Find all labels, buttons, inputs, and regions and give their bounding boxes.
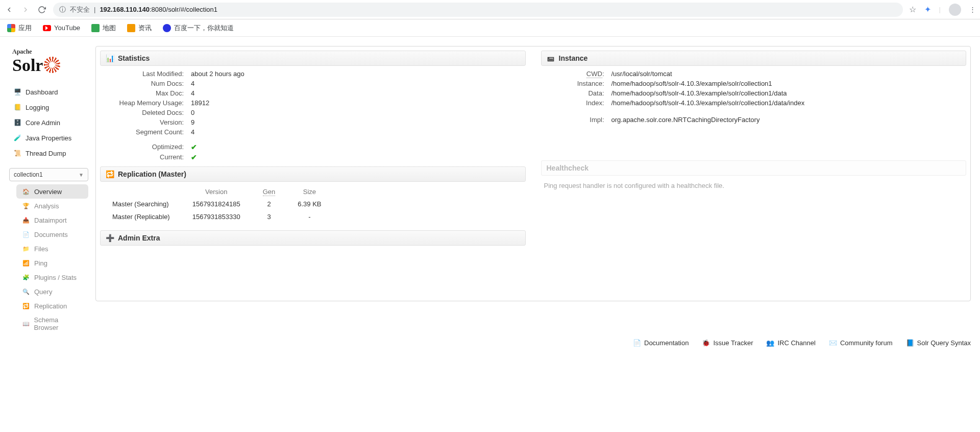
bookmark-star-icon[interactable]: ☆ [909,5,916,14]
core-selector-value: collection1 [14,171,43,178]
subnav-analysis[interactable]: 🏆Analysis [16,199,88,213]
bug-icon: 🐞 [702,339,710,347]
stat-heap: 18912 [191,99,524,107]
nav-thread-dump[interactable]: 📜Thread Dump [9,146,88,161]
apps-bookmark[interactable]: 应用 [7,23,32,33]
stat-optimized-check: ✔ [191,138,524,151]
address-bar[interactable]: ⓘ 不安全 | 192.168.110.140:8080/solr/#/coll… [53,3,903,17]
book-icon: 📖 [22,320,30,328]
replication-icon: 🔁 [22,302,30,310]
stat-max-doc: 4 [191,89,524,97]
healthcheck-message: Ping request handler is not configured w… [541,180,967,191]
maps-bookmark[interactable]: 地图 [91,23,116,33]
footer-links: 📄Documentation 🐞Issue Tracker 👥IRC Chann… [0,334,980,352]
content-pane: 📊 Statistics Last Modified:about 2 hours… [95,46,971,301]
footer-query-syntax[interactable]: 📘Solr Query Syntax [906,339,971,347]
footer-issue-tracker[interactable]: 🐞Issue Tracker [702,339,753,347]
replication-header: 🔁 Replication (Master) [100,166,526,182]
profile-avatar[interactable] [949,4,961,16]
inst-index: /home/hadoop/soft/solr-4.10.3/example/so… [611,99,965,107]
dashboard-icon: 🖥️ [13,88,21,96]
home-icon: 🏠 [22,187,30,196]
forward-button[interactable] [20,5,31,15]
news-icon [127,24,135,32]
subnav-plugins[interactable]: 🧩Plugins / Stats [16,270,88,284]
folder-icon: 📁 [22,245,30,253]
subnav-documents[interactable]: 📄Documents [16,227,88,242]
java-icon: 🧪 [13,134,21,142]
ping-icon: 📶 [22,259,30,267]
stat-num-docs: 4 [191,80,524,87]
nav-logging[interactable]: 📒Logging [9,100,88,115]
doc-icon: 📄 [633,339,641,347]
footer-documentation[interactable]: 📄Documentation [633,339,689,347]
document-icon: 📄 [22,230,30,238]
table-row: Master (Searching) 1567931824185 2 6.39 … [112,198,333,210]
server-icon: 🖴 [547,54,555,62]
extension-icon[interactable]: ✦ [924,5,931,14]
subnav-dataimport[interactable]: 📥Dataimport [16,213,88,227]
baidu-bookmark[interactable]: 百度一下，你就知道 [163,23,234,33]
bookmark-bar: 应用 YouTube 地图 资讯 百度一下，你就知道 [0,19,980,37]
sidebar: Apache Solr 🖥️Dashboard 📒Logging 🗄️Core … [9,46,88,334]
subnav-schema-browser[interactable]: 📖Schema Browser [16,313,88,334]
subnav-query[interactable]: 🔍Query [16,284,88,299]
solr-logo[interactable]: Apache Solr [9,46,88,84]
book-small-icon: 📘 [906,339,914,347]
core-admin-icon: 🗄️ [13,118,21,127]
inst-instance: /home/hadoop/soft/solr-4.10.3/example/so… [611,80,965,87]
stat-deleted: 0 [191,109,524,116]
admin-extra-header: ➕ Admin Extra [100,230,526,246]
nav-dashboard[interactable]: 🖥️Dashboard [9,84,88,100]
inst-impl: org.apache.solr.core.NRTCachingDirectory… [611,116,965,124]
news-bookmark[interactable]: 资讯 [127,23,152,33]
back-button[interactable] [4,5,14,15]
insecure-label: 不安全 [70,5,90,14]
youtube-icon [43,25,51,31]
inst-data: /home/hadoop/soft/solr-4.10.3/example/so… [611,89,965,97]
footer-community-forum[interactable]: ✉️Community forum [829,339,893,347]
plus-icon: ➕ [106,234,114,242]
plugin-icon: 🧩 [22,273,30,281]
users-icon: 👥 [766,339,774,347]
youtube-bookmark[interactable]: YouTube [43,24,80,32]
stat-current-check: ✔ [191,153,524,161]
url-rest: :8080/solr/#/collection1 [150,6,217,13]
subnav-replication[interactable]: 🔁Replication [16,299,88,313]
menu-icon[interactable]: ⋮ [969,6,976,13]
trophy-icon: 🏆 [22,202,30,210]
statistics-grid: Last Modified:about 2 hours ago Num Docs… [100,70,526,166]
import-icon: 📥 [22,216,30,224]
mail-icon: ✉️ [829,339,837,347]
nav-java-properties[interactable]: 🧪Java Properties [9,130,88,146]
logging-icon: 📒 [13,103,21,111]
replication-table: Version Gen Size Master (Searching) 1567… [112,186,333,223]
instance-header: 🖴 Instance [541,51,967,66]
subnav-ping[interactable]: 📶Ping [16,256,88,270]
stat-last-modified: about 2 hours ago [191,70,524,78]
table-row: Master (Replicable) 1567931853330 3 - [112,210,333,223]
statistics-header: 📊 Statistics [100,51,526,66]
core-selector[interactable]: collection1 ▼ [9,168,88,181]
stat-version: 9 [191,118,524,126]
footer-irc[interactable]: 👥IRC Channel [766,339,815,347]
replication-panel-icon: 🔁 [106,170,114,178]
chevron-down-icon: ▼ [79,172,84,178]
apps-icon [7,24,15,32]
instance-grid: CWD:/usr/local/solr/tomcat Instance:/hom… [541,70,967,129]
thread-icon: 📜 [13,149,21,157]
maps-icon [91,24,100,32]
baidu-icon [163,24,171,32]
reload-button[interactable] [37,5,47,15]
stat-segment-count: 4 [191,128,524,136]
nav-core-admin[interactable]: 🗄️Core Admin [9,115,88,130]
search-icon: 🔍 [22,287,30,296]
healthcheck-header: Healthcheck [541,160,967,176]
subnav-files[interactable]: 📁Files [16,242,88,256]
url-host: 192.168.110.140 [100,6,150,13]
subnav-overview[interactable]: 🏠Overview [16,184,88,199]
info-icon: ⓘ [59,5,66,14]
sun-icon [44,57,60,73]
browser-toolbar: ⓘ 不安全 | 192.168.110.140:8080/solr/#/coll… [0,0,980,19]
inst-cwd: /usr/local/solr/tomcat [611,70,965,78]
